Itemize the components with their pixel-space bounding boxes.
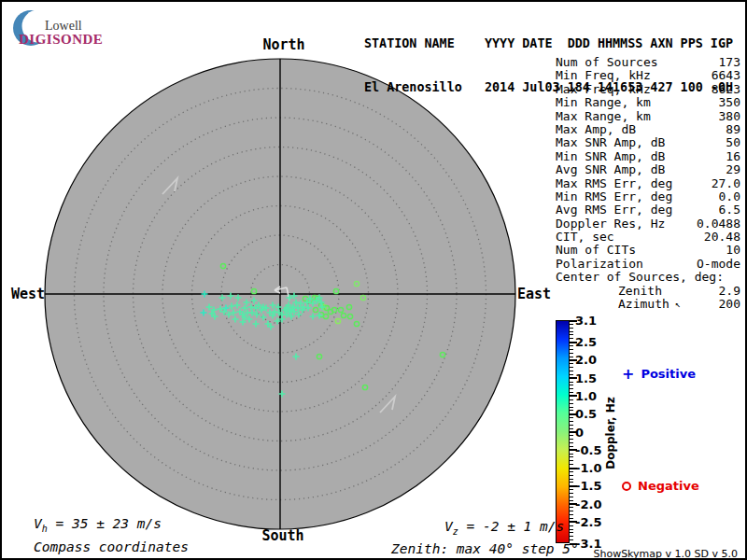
zenith-scale-note: Zenith: max 40° step 5° — [391, 541, 579, 556]
vertical-velocity-readout: Vz = -2 ± 1 m/s — [444, 519, 564, 537]
stats-row: Min SNR Amp, dB16 — [556, 150, 740, 163]
lowell-digisonde-logo: Lowell DIGISONDE — [11, 7, 105, 49]
stats-row: Center of Sources, deg: — [556, 271, 740, 284]
app-version: ShowSkymap v 1.0 SD v 5.0 — [593, 548, 738, 560]
stats-label: Avg RMS Err, deg — [556, 203, 672, 217]
stats-value: 6643 — [712, 69, 740, 82]
stats-value: 89 — [726, 123, 740, 136]
stats-row: Max SNR Amp, dB50 — [556, 136, 740, 149]
stats-value: 0.0488 — [697, 217, 740, 231]
stats-row: Azimuth↖200 — [556, 298, 740, 311]
horizontal-velocity-readout: Vh = 35 ± 23 m/s — [34, 516, 162, 534]
stats-row: Max Range, km380 — [556, 110, 740, 123]
stats-row: Min Range, km350 — [556, 96, 740, 109]
stats-value: 27.0 — [712, 177, 740, 190]
stats-value: 2.9 — [719, 285, 740, 298]
stats-label: Num of Sources — [556, 56, 658, 69]
stats-row: Num of CITs10 — [556, 244, 740, 257]
stats-value: 0.0 — [719, 190, 740, 203]
legend-positive-label: Positive — [641, 367, 696, 381]
stats-value: 350 — [719, 96, 740, 109]
plus-marker-icon: + — [622, 368, 634, 380]
stats-row: Max Freq, kHz8623 — [556, 83, 740, 96]
stats-label: Max Amp, dB — [556, 123, 636, 136]
stats-label: Max Freq, kHz — [556, 83, 651, 96]
coordinates-note: Compass coordinates — [34, 539, 189, 554]
stats-row: Zenith2.9 — [556, 285, 740, 298]
stats-label: Center of Sources, deg: — [556, 271, 724, 284]
compass-label-north: North — [262, 36, 304, 53]
stats-value: 6.5 — [719, 203, 740, 217]
showskymap-window: Lowell DIGISONDE STATION NAME YYYY DATE … — [0, 0, 747, 560]
stats-value: 380 — [719, 110, 740, 123]
stats-value: O-mode — [697, 258, 740, 271]
stats-panel: Num of Sources173Min Freq, kHz6643Max Fr… — [556, 56, 740, 311]
stats-label: Doppler Res, Hz — [556, 217, 665, 231]
stats-row: Avg SNR Amp, dB29 — [556, 163, 740, 176]
stats-label: Min SNR Amp, dB — [556, 150, 665, 163]
stats-label: Avg SNR Amp, dB — [556, 163, 665, 176]
stats-label: Max RMS Err, deg — [556, 177, 672, 190]
compass-label-west: West — [9, 286, 45, 302]
stats-value: 8623 — [712, 83, 740, 96]
stats-label: Max SNR Amp, dB — [556, 136, 665, 149]
stats-row: Doppler Res, Hz0.0488 — [556, 217, 740, 231]
stats-value: 50 — [726, 136, 740, 149]
doppler-axis-label: Doppler, Hz — [604, 397, 617, 469]
stats-value: 29 — [726, 163, 740, 176]
stats-value: 200 — [719, 298, 740, 311]
stats-row: CIT, sec20.48 — [556, 231, 740, 244]
stats-row: Max Amp, dB89 — [556, 123, 740, 136]
stats-row: PolarizationO-mode — [556, 258, 740, 271]
stats-label: Zenith — [618, 285, 662, 298]
stats-label: Max Range, km — [556, 110, 651, 123]
stats-label: Min RMS Err, deg — [556, 190, 672, 203]
stats-row: Max RMS Err, deg27.0 — [556, 177, 740, 190]
stats-label: Num of CITs — [556, 244, 636, 257]
stats-value: 173 — [719, 56, 740, 69]
legend-negative: Negative — [622, 479, 699, 493]
stats-value: 10 — [726, 244, 740, 257]
stats-row: Min Freq, kHz6643 — [556, 69, 740, 82]
azimuth-arrow-icon: ↖ — [675, 298, 681, 311]
stats-label: Min Freq, kHz — [556, 69, 651, 82]
stats-label: Min Range, km — [556, 96, 651, 109]
stats-label: Polarization — [556, 258, 643, 271]
stats-label: CIT, sec — [556, 231, 614, 244]
logo-brand-bottom: DIGISONDE — [19, 32, 103, 48]
compass-label-east: East — [517, 286, 551, 302]
legend-positive: + Positive — [622, 367, 696, 381]
circle-marker-icon — [622, 482, 631, 491]
legend-negative-label: Negative — [638, 479, 699, 493]
station-header-columns: STATION NAME YYYY DATE DDD HHMMSS AXN PP… — [364, 36, 733, 51]
stats-value: 16 — [726, 150, 740, 163]
stats-label: Azimuth — [618, 298, 669, 311]
compass-label-south: South — [261, 527, 303, 544]
stats-row: Min RMS Err, deg0.0 — [556, 190, 740, 203]
stats-value: 20.48 — [704, 231, 740, 244]
stats-row: Num of Sources173 — [556, 56, 740, 69]
doppler-colorbar — [556, 320, 570, 543]
stats-row: Avg RMS Err, deg6.5 — [556, 203, 740, 217]
